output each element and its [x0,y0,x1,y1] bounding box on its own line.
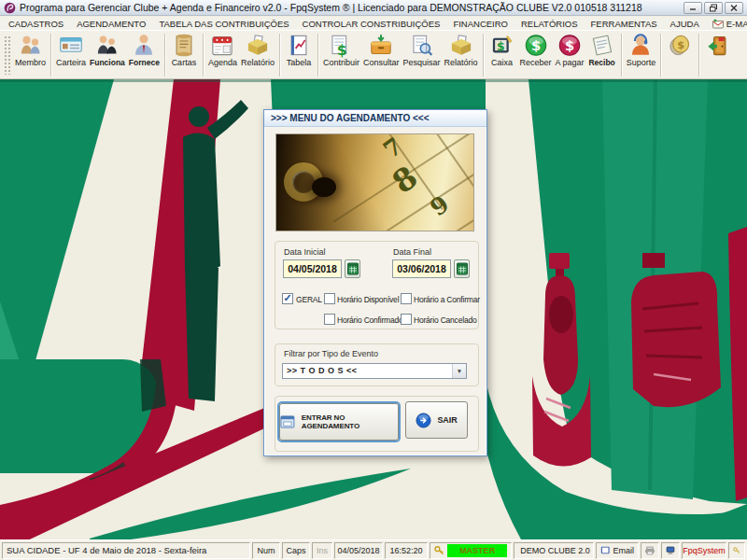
toolbar-separator [279,34,280,77]
dialog-title: >>> MENU DO AGENDAMENTO <<< [264,110,486,127]
toolbar-button-coin[interactable]: $ [664,32,696,78]
sair-button[interactable]: SAIR [405,401,468,439]
calendar-icon [208,33,236,58]
svg-text:$: $ [497,40,505,53]
checkbox-horario-cancelado-label: Horário Cancelado [414,315,476,325]
report-box-icon [244,33,272,58]
menu-ferramentas[interactable]: FERRAMENTAS [585,19,664,29]
email-icon [712,19,724,29]
table-doc-icon [285,33,313,58]
monitor-icon [666,545,675,556]
status-email[interactable]: Email [596,542,639,559]
toolbar-button-exit[interactable] [702,32,734,78]
menu-bar: CADASTROS AGENDAMENTO TABELA DAS CONTRIB… [0,17,747,30]
agenda-photo: 7 8 9 [275,133,474,231]
menu-relatorios[interactable]: RELATÓRIOS [514,19,585,29]
checkbox-horario-cancelado[interactable] [401,314,412,325]
chevron-down-icon[interactable] [452,364,466,378]
toolbar-button-funciona[interactable]: Funciona [88,32,127,78]
data-inicial-label: Data Inicial [284,247,326,257]
toolbar-button-relatorio-1[interactable]: Relatório [239,32,276,78]
staff-icon [93,33,121,58]
toolbar-separator [203,34,204,77]
status-insert: Ins [312,542,332,559]
menu-tabela-contribuicoes[interactable]: TABELA DAS CONTRIBUIÇÕES [152,19,295,29]
data-final-input[interactable]: 03/06/2018 [392,259,451,278]
coin-icon: $ [666,33,694,58]
drawer-dollar-icon [367,33,395,58]
entrar-agendamento-button[interactable]: ENTRAR NO AGENDAMENTO [279,403,399,441]
id-card-icon [57,33,85,58]
scroll-icon [170,33,198,58]
toolbar-button-consultar[interactable]: Consultar [361,32,402,78]
toolbar-button-fornece[interactable]: Fornece [127,32,162,78]
status-client: DEMO CLUBE 2.0 [514,542,594,559]
checkbox-horario-a-confirmar-label: Horário a Confirmar [414,295,480,304]
menu-cadastros[interactable]: CADASTROS [2,19,70,29]
checkbox-horario-confirmado[interactable] [324,314,335,325]
toolbar-separator [317,34,318,77]
toolbar-button-recibo[interactable]: Recibo [586,32,618,78]
book-icon [600,545,610,555]
title-bar: Programa para Gerenciar Clube + Agenda e… [0,0,747,16]
status-monitor[interactable] [661,542,680,559]
printer-icon [645,545,655,556]
toolbar-button-apagar[interactable]: $ A pagar [554,32,586,78]
dollar-green-icon: $ [522,33,550,58]
checkbox-horario-disponivel[interactable] [324,293,335,304]
restore-button[interactable] [704,2,723,14]
restore-icon [709,4,718,12]
checkbox-geral-label: GERAL [296,295,322,304]
toolbar-separator [660,34,661,77]
svg-text:$: $ [530,37,540,53]
data-inicial-input[interactable]: 04/05/2018 [283,259,342,278]
close-button[interactable] [725,2,743,14]
svg-text:$: $ [677,39,684,51]
exit-door-icon [704,33,732,58]
key-icon [733,545,740,555]
toolbar-button-pesquisar[interactable]: Pesquisar [402,32,443,78]
search-doc-icon [408,33,436,58]
status-time: 16:52:20 [385,542,428,559]
checkbox-horario-disponivel-label: Horário Disponível [337,295,399,304]
go-arrow-icon [416,413,431,428]
menu-agendamento[interactable]: AGENDAMENTO [70,19,152,29]
toolbar-button-agenda[interactable]: Agenda [206,32,239,78]
event-type-select[interactable]: >> T O D O S << [282,363,467,379]
toolbar-button-suporte[interactable]: Suporte [625,32,658,78]
key-icon [434,545,444,555]
status-printer[interactable] [641,542,659,559]
minimize-button[interactable] [684,2,702,14]
status-location: SUA CIDADE - UF 4 de Maio de 2018 - Sext… [2,542,250,559]
calendar-picker-icon [347,262,359,275]
toolbar-button-membro[interactable]: Membro [13,32,48,78]
toolbar-grip[interactable] [4,35,11,75]
menu-email[interactable]: E-MAIL [706,19,747,29]
toolbar-button-cartas[interactable]: Cartas [168,32,200,78]
data-inicial-calendar-button[interactable] [345,259,360,278]
event-type-value: >> T O D O S << [283,364,452,378]
toolbar-button-tabela[interactable]: Tabela [283,32,315,78]
toolbar-button-caixa[interactable]: $ Caixa [486,32,518,78]
svg-text:$: $ [565,37,574,53]
data-final-calendar-button[interactable] [454,259,470,278]
toolbar-button-receber[interactable]: $ Receber [518,32,554,78]
menu-financeiro[interactable]: FINANCEIRO [446,19,514,29]
toolbar-button-relatorio-2[interactable]: Relatório [443,32,480,78]
support-icon [627,33,655,58]
dollar-doc-icon: $ [327,33,355,58]
toolbar-button-carteira[interactable]: Carteira [54,32,88,78]
menu-ajuda[interactable]: AJUDA [664,19,706,29]
checkbox-horario-a-confirmar[interactable] [401,293,412,304]
toolbar-separator [698,34,699,77]
filter-label: Filtrar por Tipo de Evento [284,349,378,358]
members-icon [17,33,45,58]
agendamento-dialog: >>> MENU DO AGENDAMENTO <<< 7 8 9 Data I… [263,109,487,456]
minimize-icon [688,4,698,11]
menu-controlar-constribuicoes[interactable]: CONTROLAR CONSTRIBUIÇÕES [296,19,447,29]
status-key [728,542,745,559]
checkbox-geral[interactable] [282,293,293,304]
toolbar-button-contribuir[interactable]: $ Contribuir [321,32,361,78]
calendar-picker-icon [457,262,468,275]
dollar-red-icon: $ [556,33,584,58]
